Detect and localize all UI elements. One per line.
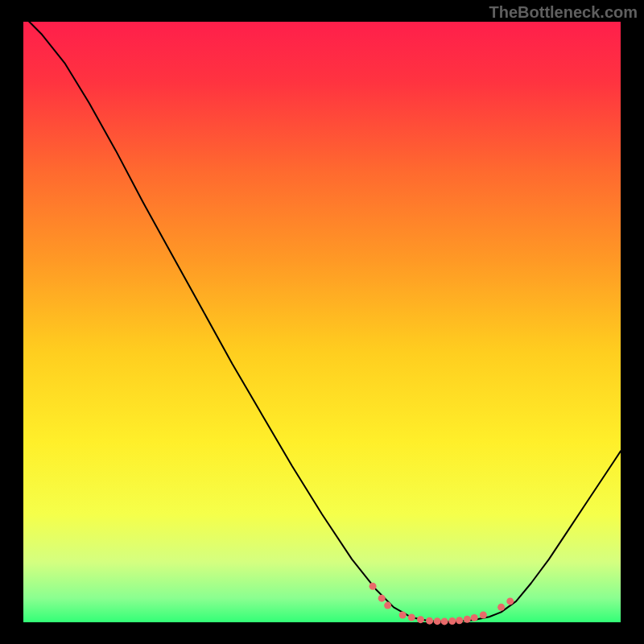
curve-marker <box>417 616 424 623</box>
curve-marker <box>464 616 471 623</box>
curve-marker <box>441 617 448 625</box>
curve-marker <box>369 583 377 590</box>
curve-marker <box>497 604 505 611</box>
curve-marker <box>399 612 407 619</box>
curve-marker <box>480 612 487 619</box>
curve-marker <box>456 617 463 624</box>
bottleneck-curve-chart <box>0 0 644 644</box>
curve-marker <box>471 614 478 621</box>
curve-marker <box>434 617 441 625</box>
curve-marker <box>448 617 456 625</box>
curve-marker <box>378 595 386 602</box>
curve-marker <box>408 614 415 621</box>
chart-container: TheBottleneck.com <box>0 0 644 644</box>
curve-marker <box>384 602 391 609</box>
gradient-background <box>23 22 621 622</box>
curve-marker <box>426 617 433 625</box>
curve-marker <box>506 597 514 605</box>
watermark-text: TheBottleneck.com <box>489 3 638 22</box>
